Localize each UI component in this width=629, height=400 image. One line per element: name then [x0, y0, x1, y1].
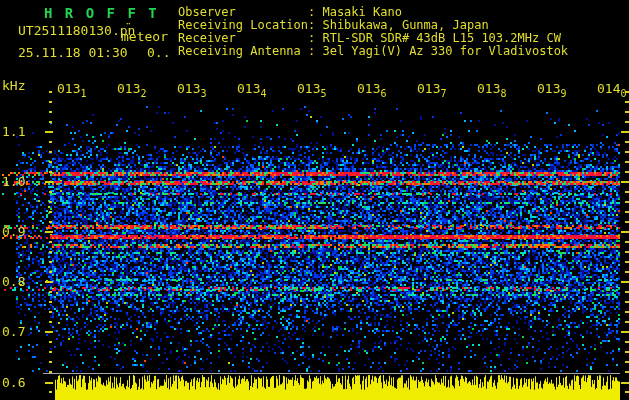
datetime-label: 25.11.18 01:30	[18, 46, 128, 59]
x-tick-label: 0134	[237, 82, 267, 96]
y-axis-unit: kHz	[2, 79, 25, 92]
status-value: 0..	[147, 46, 170, 59]
x-tick-label: 0140	[597, 82, 627, 96]
x-tick-label: 0138	[477, 82, 507, 96]
header-field-label: Receiving Antenna	[178, 45, 301, 57]
y-tick-label: 0.6	[2, 376, 25, 389]
header-field-label: Receiver	[178, 32, 236, 44]
header-field-label: Receiving Location	[178, 19, 308, 31]
x-tick-label: 0137	[417, 82, 447, 96]
header-field-value: : Masaki Kano	[308, 6, 402, 18]
overlay-text: meteor	[121, 30, 168, 43]
header-field-value: : 3el Yagi(V) Az 330 for Vladivostok	[308, 45, 568, 57]
y-tick-label: 1.0	[2, 175, 25, 188]
header-field-label: Observer	[178, 6, 236, 18]
x-tick-label: 0133	[177, 82, 207, 96]
x-tick-label: 0139	[537, 82, 567, 96]
x-tick-label: 0132	[117, 82, 147, 96]
app-title: H R O F F T	[44, 7, 159, 20]
y-tick-label: 0.7	[2, 325, 25, 338]
y-tick-label: 1.1	[2, 125, 25, 138]
x-tick-label: 0135	[297, 82, 327, 96]
y-tick-label: 0.9	[2, 225, 25, 238]
x-tick-label: 0136	[357, 82, 387, 96]
x-tick-label: 0131	[57, 82, 87, 96]
spectrogram-canvas	[0, 0, 629, 400]
header-field-value: : Shibukawa, Gunma, Japan	[308, 19, 489, 31]
file-name: UT2511180130.pn	[18, 24, 135, 37]
header-field-value: : RTL-SDR SDR# 43dB L15 103.2MHz CW	[308, 32, 561, 44]
hrofft-screen: H R O F F T UT2511180130.pn ¨ meteor 25.…	[0, 0, 629, 400]
y-tick-label: 0.8	[2, 275, 25, 288]
